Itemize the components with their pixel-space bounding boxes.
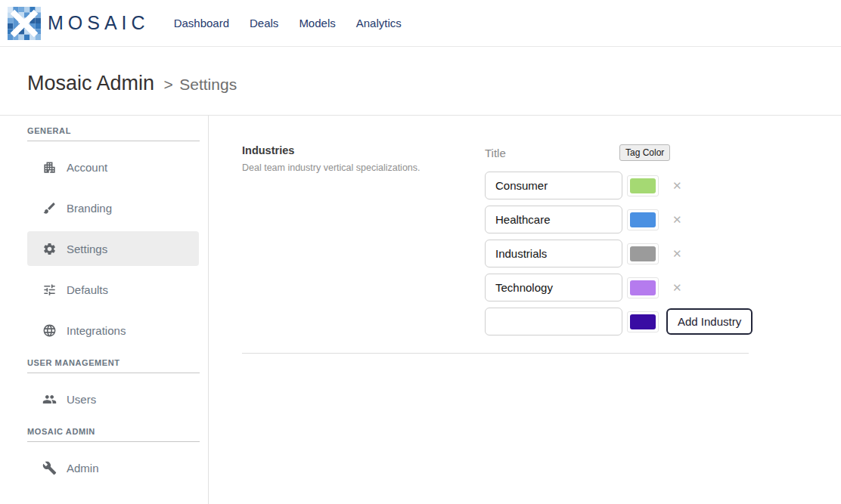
nav-link-models[interactable]: Models: [299, 17, 335, 29]
sidebar-item-label: Admin: [67, 462, 99, 475]
sidebar-item-label: Integrations: [67, 324, 126, 337]
sidebar-item-account[interactable]: Account: [27, 150, 199, 184]
industry-title-input[interactable]: [485, 274, 622, 301]
tag-color-swatch: [630, 212, 656, 227]
remove-industry-button[interactable]: ✕: [672, 282, 682, 293]
top-nav-links: DashboardDealsModelsAnalytics: [174, 17, 402, 29]
page-subtitle: Settings: [179, 76, 237, 93]
sidebar-item-defaults[interactable]: Defaults: [27, 272, 199, 307]
industries-section: Industries Deal team industry vertical s…: [242, 144, 841, 342]
sidebar-item-label: Defaults: [67, 283, 108, 296]
sidebar-item-users[interactable]: Users: [27, 382, 199, 416]
remove-industry-button[interactable]: ✕: [672, 180, 682, 191]
users-icon: [42, 392, 57, 407]
content-area: GENERALAccountBrandingSettingsDefaultsIn…: [0, 116, 841, 504]
industry-title-input[interactable]: [485, 172, 622, 199]
globe-icon: [42, 323, 57, 338]
page-title: Mosaic Admin: [27, 72, 154, 94]
breadcrumb-separator: >: [164, 76, 173, 93]
section-title: Industries: [242, 144, 485, 156]
sidebar-section-header: GENERAL: [27, 126, 200, 141]
sidebar-item-label: Branding: [67, 202, 112, 215]
sliders-icon: [42, 283, 57, 297]
tag-color-swatch-button[interactable]: [627, 175, 659, 196]
sidebar-item-label: Account: [67, 161, 107, 174]
mosaic-logo-icon: [8, 7, 41, 40]
tag-color-swatch-button[interactable]: [627, 243, 659, 264]
nav-link-deals[interactable]: Deals: [250, 17, 278, 29]
section-divider: [242, 353, 749, 354]
industry-row: ✕: [485, 206, 753, 233]
gear-icon: [42, 242, 57, 256]
section-description: Deal team industry vertical specializati…: [242, 162, 485, 173]
brush-icon: [42, 201, 57, 215]
tag-color-swatch-button[interactable]: [627, 311, 659, 332]
industries-form: Title Tag Color ✕✕✕✕Add Industry: [485, 144, 753, 342]
sidebar-section-header: MOSAIC ADMIN: [27, 427, 200, 442]
tag-color-swatch-button[interactable]: [627, 277, 659, 298]
sidebar: GENERALAccountBrandingSettingsDefaultsIn…: [0, 116, 209, 504]
tag-color-swatch: [630, 280, 656, 295]
remove-industry-button[interactable]: ✕: [672, 248, 682, 259]
tag-color-swatch-button[interactable]: [627, 209, 659, 230]
new-industry-title-input[interactable]: [485, 308, 622, 335]
building-icon: [42, 160, 57, 175]
top-nav-bar: MOSAIC DashboardDealsModelsAnalytics: [0, 0, 841, 47]
main-content: Industries Deal team industry vertical s…: [209, 116, 841, 504]
admin-tools-icon: [42, 461, 57, 475]
industry-row: ✕: [485, 240, 753, 267]
industries-form-header: Title Tag Color: [485, 144, 753, 161]
nav-link-dashboard[interactable]: Dashboard: [174, 17, 229, 29]
sidebar-item-integrations[interactable]: Integrations: [27, 313, 199, 348]
sidebar-section-header: USER MANAGEMENT: [27, 358, 200, 373]
add-industry-button[interactable]: Add Industry: [666, 308, 753, 335]
tag-color-swatch: [630, 178, 656, 193]
industry-rows: ✕✕✕✕Add Industry: [485, 172, 753, 335]
mosaic-logo[interactable]: MOSAIC: [8, 7, 150, 40]
sidebar-item-label: Settings: [67, 243, 107, 255]
sidebar-item-admin[interactable]: Admin: [27, 450, 199, 485]
industry-title-input[interactable]: [485, 206, 622, 233]
brand-wordmark: MOSAIC: [48, 12, 150, 34]
industry-row: ✕: [485, 274, 753, 301]
title-column-label: Title: [485, 147, 619, 159]
tag-color-header[interactable]: Tag Color: [619, 144, 670, 161]
tag-color-swatch: [630, 246, 656, 261]
industry-row: ✕: [485, 172, 753, 199]
new-industry-row: Add Industry: [485, 308, 753, 335]
tag-color-swatch: [630, 314, 656, 329]
industry-title-input[interactable]: [485, 240, 622, 267]
page-header: Mosaic Admin > Settings: [0, 47, 841, 116]
sidebar-item-branding[interactable]: Branding: [27, 190, 199, 225]
industries-section-info: Industries Deal team industry vertical s…: [242, 144, 485, 342]
remove-industry-button[interactable]: ✕: [672, 214, 682, 225]
nav-link-analytics[interactable]: Analytics: [356, 17, 402, 29]
sidebar-item-settings[interactable]: Settings: [27, 231, 199, 266]
sidebar-item-label: Users: [67, 393, 96, 406]
